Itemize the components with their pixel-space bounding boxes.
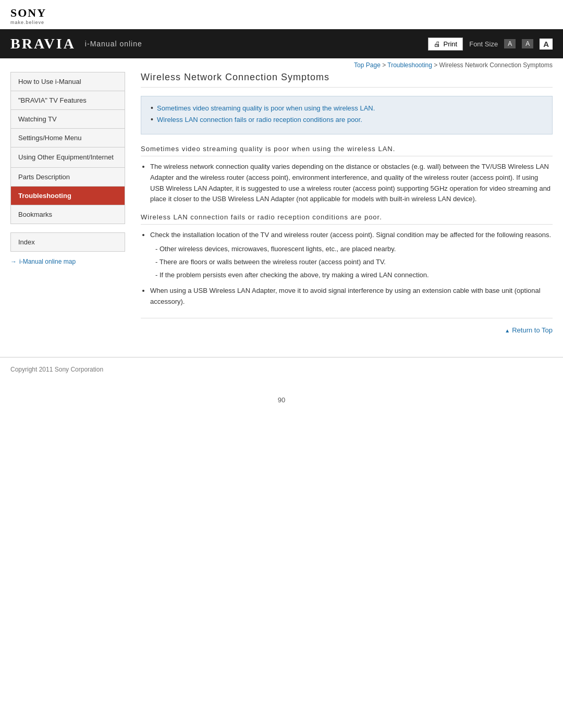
summary-item-2: Wireless LAN connection fails or radio r… <box>151 115 543 124</box>
summary-box: Sometimes video streaming quality is poo… <box>141 96 553 134</box>
section2-heading: Wireless LAN connection fails or radio r… <box>141 213 553 225</box>
breadcrumb: Top Page > Troubleshooting > Wireless Ne… <box>0 58 563 72</box>
sidebar-item-using-other[interactable]: Using Other Equipment/Internet <box>10 147 125 167</box>
sidebar-index[interactable]: Index <box>10 232 125 252</box>
section1-body: The wireless network connection quality … <box>141 162 553 205</box>
sidebar-item-bookmarks[interactable]: Bookmarks <box>10 205 125 224</box>
page-title: Wireless Network Connection Symptoms <box>141 72 553 88</box>
main-layout: How to Use i-Manual "BRAVIA" TV Features… <box>0 72 563 352</box>
section1-bullet-1: The wireless network connection quality … <box>150 162 553 205</box>
imanual-label: i-Manual online <box>85 40 142 48</box>
section2-sub-list: Other wireless devices, microwaves, fluo… <box>155 244 553 280</box>
breadcrumb-top-link[interactable]: Top Page <box>354 61 381 69</box>
section2-list: Check the installation location of the T… <box>150 230 553 307</box>
page-number: 90 <box>0 396 563 414</box>
triangle-up-icon <box>505 326 512 334</box>
section2-bullet-2: When using a USB Wireless LAN Adapter, m… <box>150 286 553 307</box>
copyright-text: Copyright 2011 Sony Corporation <box>10 366 103 373</box>
sidebar-item-settings[interactable]: Settings/Home Menu <box>10 128 125 147</box>
return-to-top: Return to Top <box>141 318 553 341</box>
breadcrumb-sep2: > <box>432 61 439 69</box>
summary-link-2[interactable]: Wireless LAN connection fails or radio r… <box>157 116 362 124</box>
arrow-right-icon <box>10 258 17 265</box>
breadcrumb-troubleshooting-link[interactable]: Troubleshooting <box>387 61 432 69</box>
section2-sub-bullet-1: Other wireless devices, microwaves, fluo… <box>155 244 553 255</box>
sidebar-item-watching-tv[interactable]: Watching TV <box>10 109 125 128</box>
header-controls: Print Font Size A A A <box>428 38 553 51</box>
sony-logo: SONY <box>10 6 553 20</box>
sidebar-item-bravia-features[interactable]: "BRAVIA" TV Features <box>10 91 125 109</box>
bravia-logo-text: BRAVIA <box>10 35 76 52</box>
summary-link-1[interactable]: Sometimes video streaming quality is poo… <box>157 104 375 112</box>
font-small-button[interactable]: A <box>504 39 516 48</box>
section2-sub-bullet-2: There are floors or walls between the wi… <box>155 257 553 268</box>
footer: Copyright 2011 Sony Corporation <box>0 357 563 380</box>
print-button[interactable]: Print <box>428 38 463 51</box>
breadcrumb-current: Wireless Network Connection Symptoms <box>439 61 553 69</box>
content-area: Wireless Network Connection Symptoms Som… <box>136 72 553 341</box>
section2-sub-bullet-3: If the problem persists even after check… <box>155 270 553 281</box>
imanual-map-link[interactable]: i-Manual online map <box>10 258 125 265</box>
font-size-label: Font Size <box>469 40 498 48</box>
summary-item-1: Sometimes video streaming quality is poo… <box>151 104 543 112</box>
font-large-button[interactable]: A <box>540 39 553 50</box>
sidebar-item-parts[interactable]: Parts Description <box>10 167 125 186</box>
map-link-label: i-Manual online map <box>19 258 76 265</box>
section2-bullet-1: Check the installation location of the T… <box>150 230 553 280</box>
section1-list: The wireless network connection quality … <box>150 162 553 205</box>
sidebar-item-how-to-use[interactable]: How to Use i-Manual <box>10 72 125 91</box>
summary-list: Sometimes video streaming quality is poo… <box>151 104 543 124</box>
sony-tagline: make.believe <box>10 20 553 25</box>
breadcrumb-sep1: > <box>381 61 387 69</box>
section2-body: Check the installation location of the T… <box>141 230 553 307</box>
section1-heading: Sometimes video streaming quality is poo… <box>141 145 553 156</box>
header-bar: BRAVIA i-Manual online Print Font Size A… <box>0 29 563 58</box>
bravia-logo-area: BRAVIA i-Manual online <box>10 35 142 52</box>
sidebar: How to Use i-Manual "BRAVIA" TV Features… <box>10 72 125 341</box>
return-to-top-link[interactable]: Return to Top <box>505 326 553 334</box>
sony-logo-area: SONY make.believe <box>0 0 563 29</box>
print-icon <box>434 40 440 48</box>
print-label: Print <box>443 40 457 48</box>
font-medium-button[interactable]: A <box>522 39 533 48</box>
sidebar-item-troubleshooting[interactable]: Troubleshooting <box>10 186 125 205</box>
